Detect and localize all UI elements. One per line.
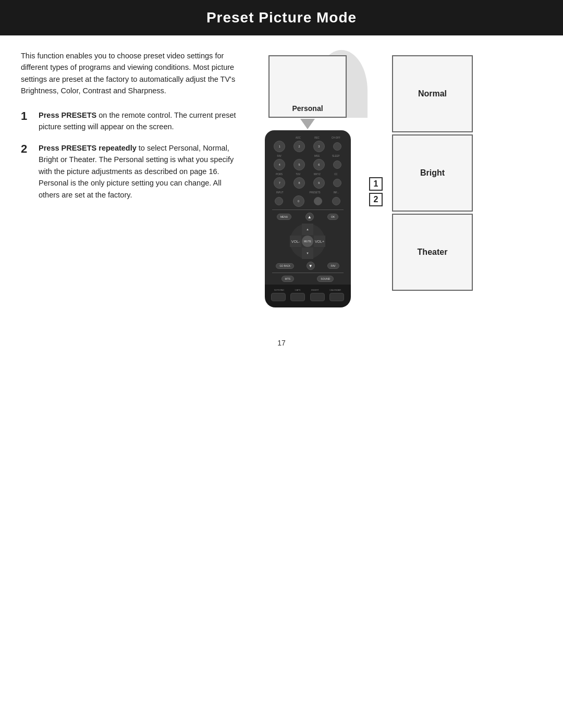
btn-2[interactable]: 2 xyxy=(293,141,305,152)
step-text-1: Press PRESETS on the remote control. The… xyxy=(39,109,240,133)
btn-caps[interactable] xyxy=(290,293,305,301)
down-arrow xyxy=(300,119,315,129)
aoc-label: AOC xyxy=(292,137,304,139)
presets-label: PRESETS xyxy=(309,191,320,194)
page-wrapper: Preset Picture Mode This function enable… xyxy=(0,0,563,728)
number-row-2: 4 5 6 xyxy=(270,159,346,170)
choff-label: CH·OFF xyxy=(330,137,341,139)
fav-label: FAV xyxy=(274,155,285,157)
btn-sound[interactable]: SOUND xyxy=(317,276,334,282)
page-number: 17 xyxy=(0,339,563,357)
dpad: ▲ VOL- MUTE VOL+ ▼ xyxy=(290,224,325,259)
dpad-up[interactable]: ▲ xyxy=(302,224,313,235)
calendar-label: CALENDAR xyxy=(329,289,341,291)
btn-notepad[interactable] xyxy=(271,293,286,301)
preset-boxes: Normal Bright Theater xyxy=(392,55,473,293)
wxyz-label: WXYZ xyxy=(311,173,323,176)
msg-label: MSG xyxy=(311,155,323,157)
number-row-3: 7 8 9 xyxy=(270,177,346,189)
info-label: INF... xyxy=(333,191,339,194)
title-bar: Preset Picture Mode xyxy=(0,0,563,35)
btn-1[interactable]: 1 xyxy=(274,141,285,152)
dpad-down[interactable]: ▼ xyxy=(302,248,313,259)
btn-sleep[interactable] xyxy=(333,161,341,169)
remote-area: Personal AOC REC CH·OFF xyxy=(255,55,360,307)
btn-info[interactable] xyxy=(332,197,340,205)
notepad-label: NOTEPAD xyxy=(274,289,284,291)
btn-9[interactable]: 9 xyxy=(313,177,325,189)
intro-text: This function enables you to choose pres… xyxy=(21,50,240,97)
remote-control: AOC REC CH·OFF 1 2 3 FAV MSG xyxy=(265,130,351,307)
btn-cc[interactable] xyxy=(333,179,341,187)
btn-ok[interactable]: OK xyxy=(327,214,338,220)
dpad-right[interactable]: VOL+ xyxy=(314,236,325,247)
btn-3[interactable]: 3 xyxy=(313,141,325,152)
remote-divider-1 xyxy=(272,209,344,210)
remote-divider-2 xyxy=(272,273,344,273)
mts-sound-row: MTS SOUND xyxy=(270,276,346,282)
step-item-2: 2 Press PRESETS repeatedly to select Per… xyxy=(21,142,240,201)
btn-ch-down[interactable]: ▼ xyxy=(307,262,315,270)
number-row-1: 1 2 3 xyxy=(270,141,346,152)
left-column: This function enables you to choose pres… xyxy=(21,50,240,307)
btn-insert[interactable] xyxy=(310,293,325,301)
step-indicator-2: 2 xyxy=(369,193,383,206)
step-text-2: Press PRESETS repeatedly to select Perso… xyxy=(39,142,240,201)
btn-6[interactable]: 6 xyxy=(313,159,325,170)
step-number-1: 1 xyxy=(21,109,33,123)
caps-label: CAPS xyxy=(295,289,301,291)
btn-4[interactable]: 4 xyxy=(274,159,285,170)
rec-label: REC xyxy=(311,137,323,139)
btn-presets[interactable] xyxy=(314,197,322,205)
preset-label-bright: Bright xyxy=(420,168,445,178)
btn-go-back[interactable]: GO BACK xyxy=(276,263,294,269)
step-item-1: 1 Press PRESETS on the remote control. T… xyxy=(21,109,240,133)
btn-0[interactable]: 0 xyxy=(293,195,304,207)
btn-fav[interactable]: FAV xyxy=(327,263,339,269)
tuv-label: TUV xyxy=(292,173,304,176)
btn-input[interactable] xyxy=(275,197,283,205)
bottom-number-row: 0 xyxy=(270,195,346,207)
back-ch-fav-row: GO BACK ▼ FAV xyxy=(270,262,346,270)
btn-menu[interactable]: MENU xyxy=(277,214,292,220)
step-indicator-1: 1 xyxy=(369,177,383,191)
personal-box: Personal xyxy=(268,55,347,118)
personal-label: Personal xyxy=(292,104,323,113)
dpad-mute[interactable]: MUTE xyxy=(302,236,313,247)
pors-label: PORS xyxy=(274,173,285,176)
input-label: INPUT xyxy=(276,191,284,194)
btn-ch-up[interactable]: ▲ xyxy=(305,213,314,221)
btn-8[interactable]: 8 xyxy=(293,177,305,189)
insert-label: INSERT xyxy=(311,289,319,291)
sleep-label: SLEEP xyxy=(330,155,341,157)
preset-label-normal: Normal xyxy=(418,89,447,98)
preset-box-normal: Normal xyxy=(392,55,473,132)
preset-box-theater: Theater xyxy=(392,214,473,291)
content-area: This function enables you to choose pres… xyxy=(0,50,563,307)
step-list: 1 Press PRESETS on the remote control. T… xyxy=(21,109,240,201)
preset-label-theater: Theater xyxy=(418,248,448,257)
page-title: Preset Picture Mode xyxy=(16,9,547,26)
cc-label: CC xyxy=(330,173,341,176)
dpad-left[interactable]: VOL- xyxy=(290,236,301,247)
remote-bottom-section: NOTEPAD CAPS INSERT CALENDAR xyxy=(265,285,351,307)
right-column: Personal AOC REC CH·OFF xyxy=(255,50,542,307)
btn-5[interactable]: 5 xyxy=(293,159,305,170)
btn-mts[interactable]: MTS xyxy=(282,276,295,282)
btn-calendar[interactable] xyxy=(329,293,344,301)
menu-ch-row: MENU ▲ OK xyxy=(270,213,346,221)
btn-ch-off[interactable] xyxy=(333,142,341,151)
btn-7[interactable]: 7 xyxy=(274,177,285,189)
preset-box-bright: Bright xyxy=(392,134,473,212)
bottom-buttons xyxy=(269,293,347,301)
bottom-labels: NOTEPAD CAPS INSERT CALENDAR xyxy=(269,289,347,291)
step-number-2: 2 xyxy=(21,142,33,156)
step-indicators: 1 2 xyxy=(369,177,383,206)
